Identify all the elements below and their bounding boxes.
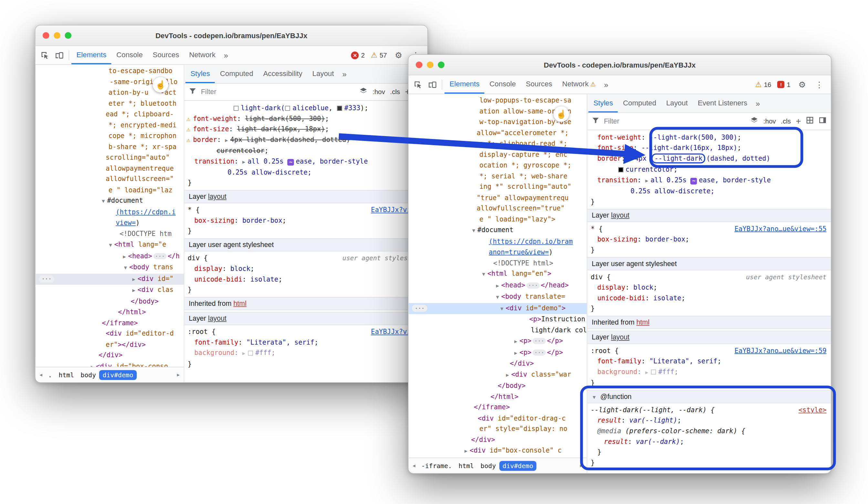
dom-tree-line[interactable]: eter *; bluetooth bbox=[35, 98, 184, 109]
dom-tree-line[interactable]: allowfullscreen=" bbox=[35, 174, 184, 184]
breadcrumb-item-div-demo[interactable]: div#demo bbox=[499, 461, 536, 471]
styles-filter-input[interactable] bbox=[603, 117, 746, 126]
section-header[interactable]: ▼ @function bbox=[587, 390, 831, 403]
dom-tree-line[interactable]: ▼<html lang="e bbox=[35, 239, 184, 251]
style-rule-line[interactable]: ⚠font-weight: light-dark(500, 300); bbox=[185, 113, 427, 124]
minimize-window-button[interactable] bbox=[54, 32, 60, 39]
style-rule-line[interactable]: } bbox=[587, 304, 831, 314]
style-rule-line[interactable]: } bbox=[587, 447, 831, 458]
dom-tree-line[interactable]: ▼<body trans bbox=[35, 262, 184, 273]
style-rule-line[interactable]: } bbox=[185, 285, 427, 295]
layers-cascade-icon[interactable] bbox=[750, 116, 758, 127]
dom-tree-line[interactable]: ▼<html lang="en"> bbox=[409, 269, 587, 280]
new-style-rule-button[interactable]: + bbox=[796, 117, 801, 125]
tab-network[interactable]: Network⚠ bbox=[557, 75, 601, 94]
minimize-window-button[interactable] bbox=[427, 61, 434, 68]
tab-accessibility[interactable]: Accessibility bbox=[258, 65, 307, 83]
rule-source-link[interactable]: EaYBJJx?ano…ue&view=:59 bbox=[735, 345, 827, 356]
style-rule-line[interactable]: } bbox=[587, 196, 831, 207]
dom-tree-line[interactable]: allowfullscreen="true" bbox=[409, 203, 587, 214]
dom-tree-line[interactable]: allowpaymentreque bbox=[35, 163, 184, 174]
tab-elements[interactable]: Elements bbox=[444, 75, 485, 94]
dom-tree-line[interactable]: low-popups-to-escape-sa bbox=[409, 95, 587, 106]
style-rule-line[interactable]: light-dark(aliceblue, #333); bbox=[185, 103, 427, 114]
dom-tree-line[interactable]: </body> bbox=[409, 381, 587, 391]
dom-tree-line[interactable]: <p>Instruction bbox=[409, 314, 587, 325]
dom-tree-line[interactable]: ▼#document bbox=[35, 195, 184, 207]
section-header[interactable]: Layer layout bbox=[587, 331, 831, 344]
style-rule-line[interactable]: background: ▶#fff; bbox=[587, 366, 831, 377]
breadcrumb-scroll-right-icon[interactable]: ▶ bbox=[577, 463, 585, 468]
zoom-window-button[interactable] bbox=[438, 61, 444, 68]
section-header[interactable]: Layer layout bbox=[185, 190, 427, 203]
style-rule-line[interactable]: currentcolor; bbox=[587, 164, 831, 175]
dom-tree-line[interactable]: anon=true&view=) bbox=[409, 247, 587, 258]
style-rule-line[interactable]: display: block; bbox=[587, 283, 831, 293]
inspect-element-icon[interactable] bbox=[38, 48, 52, 62]
style-rule-line[interactable]: font-size: --light-dark(16px, 18px); bbox=[587, 143, 831, 153]
rule-source-link[interactable]: <style> bbox=[798, 405, 827, 416]
more-panels-chevron-icon[interactable]: » bbox=[221, 51, 231, 60]
style-rule-line[interactable]: div {user agent stylesheet bbox=[587, 272, 831, 283]
rule-source-link[interactable]: EaYBJJx?ano…ue&view=:55 bbox=[735, 224, 827, 234]
device-toolbar-icon[interactable] bbox=[52, 48, 66, 62]
style-rule-line[interactable]: } bbox=[185, 226, 427, 236]
tab-styles[interactable]: Styles bbox=[589, 94, 618, 112]
style-rule-line[interactable]: :root {EaYBJJx?ano…ue&view=:59 bbox=[587, 345, 831, 356]
token-hl[interactable]: layout bbox=[208, 193, 226, 200]
dom-tree-line[interactable]: ···▶<div id=" bbox=[35, 273, 184, 285]
style-rule-line[interactable]: div {user agent stylesheet bbox=[185, 253, 427, 264]
window-titlebar[interactable]: DevTools - codepen.io/bramus/pen/EaYBJJx bbox=[409, 55, 831, 75]
tab-layout[interactable]: Layout bbox=[307, 65, 339, 83]
dom-tree-line[interactable]: ▶<div id="box-conso bbox=[35, 361, 184, 366]
style-rule-line[interactable]: @media (prefers-color-scheme: dark) { bbox=[587, 426, 831, 437]
dom-tree-line[interactable]: </html> bbox=[35, 307, 184, 317]
dom-tree-line[interactable]: ▶<p>···</p> bbox=[409, 347, 587, 359]
dom-tree-line[interactable]: allow="accelerometer *; bbox=[409, 128, 587, 138]
settings-gear-icon[interactable]: ⚙ bbox=[795, 77, 809, 92]
toggle-pseudo-state-button[interactable]: :hov bbox=[372, 88, 385, 96]
more-sidebar-tabs-chevron-icon[interactable]: » bbox=[752, 99, 763, 108]
window-titlebar[interactable]: DevTools - codepen.io/bramus/pen/EaYBJJx bbox=[35, 26, 427, 46]
style-rule-line[interactable]: transition: ▶all 0.25s ~ease, border-sty… bbox=[185, 156, 427, 167]
dom-tree-line[interactable]: <div id="editor-d bbox=[35, 329, 184, 339]
style-rule-line[interactable]: unicode-bidi: isolate; bbox=[587, 293, 831, 304]
style-rule-line[interactable]: display: block; bbox=[185, 264, 427, 274]
style-rule-line[interactable]: currentcolor; bbox=[185, 146, 427, 157]
dom-tree-line[interactable]: </div> bbox=[409, 434, 587, 445]
tab-elements[interactable]: Elements bbox=[71, 46, 112, 64]
dom-tree-line[interactable]: ▶<head>···</h bbox=[35, 251, 184, 262]
dom-tree-line[interactable]: <!DOCTYPE html> bbox=[409, 258, 587, 269]
dom-tree-line[interactable]: light/dark col bbox=[409, 325, 587, 335]
style-rule-line[interactable]: ⚠font-size: light-dark(16px, 18px); bbox=[185, 124, 427, 135]
dom-tree-line[interactable]: a *; clipboard-read *; bbox=[409, 138, 587, 149]
token-l[interactable]: (https://cdpn.i bbox=[116, 208, 176, 215]
style-rule-line[interactable]: } bbox=[185, 178, 427, 189]
breadcrumb-item-body[interactable]: body bbox=[77, 370, 99, 380]
breadcrumb-scroll-left-icon[interactable]: ◀ bbox=[410, 463, 418, 468]
section-header[interactable]: Layer user agent stylesheet bbox=[185, 238, 427, 252]
style-rule-line[interactable]: border: ▶4px --light-dark(dashed, dotted… bbox=[587, 153, 831, 164]
dom-tree-line[interactable]: e " loading="lazy"> bbox=[409, 214, 587, 225]
dom-tree-line[interactable]: er" style="display: no bbox=[409, 424, 587, 434]
token-l[interactable]: anon=true&view= bbox=[489, 248, 549, 256]
dom-tree-line[interactable]: cope *; microphon bbox=[35, 131, 184, 141]
toggle-classes-button[interactable]: .cls bbox=[390, 88, 400, 96]
section-header[interactable]: Layer user agent stylesheet bbox=[587, 257, 831, 270]
breadcrumb-item-html[interactable]: html bbox=[455, 461, 477, 471]
close-window-button[interactable] bbox=[43, 32, 49, 39]
dom-tree-line[interactable]: ▼<body translate= bbox=[409, 291, 587, 303]
grid-layout-icon[interactable] bbox=[806, 117, 814, 127]
section-header[interactable]: Inherited from html bbox=[185, 297, 427, 310]
tab-computed[interactable]: Computed bbox=[215, 65, 258, 83]
style-rule-line[interactable]: result: var(--dark); bbox=[587, 436, 831, 447]
more-panels-chevron-icon[interactable]: » bbox=[601, 80, 612, 89]
breadcrumb-scroll-left-icon[interactable]: ◀ bbox=[37, 372, 45, 377]
dom-tree-line[interactable]: to-escape-sandbo bbox=[35, 66, 184, 77]
dom-tree-line[interactable]: e " loading="laz bbox=[35, 184, 184, 195]
dom-tree-line[interactable]: (https://cdpn.i bbox=[35, 207, 184, 218]
style-rule-line[interactable]: font-weight: --light-dark(500, 300); bbox=[587, 132, 831, 143]
style-rule-line[interactable]: font-family: "Literata", serif; bbox=[185, 337, 427, 348]
style-rule-line[interactable]: transition: ▶all 0.25s ~ease, border-sty… bbox=[587, 175, 831, 186]
tab-layout[interactable]: Layout bbox=[661, 94, 693, 112]
